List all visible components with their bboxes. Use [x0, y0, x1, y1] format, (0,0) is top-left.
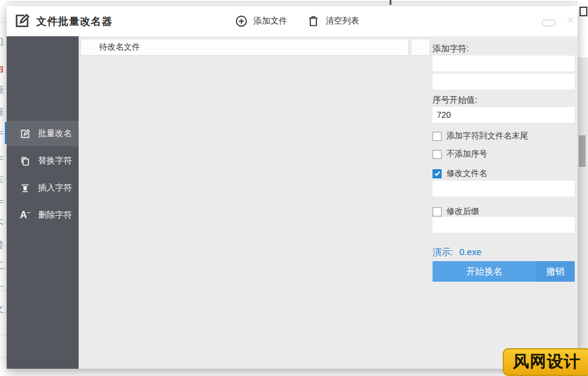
insert-icon — [19, 183, 31, 194]
checkbox-label: 修改后缀 — [446, 206, 479, 217]
background-window-border — [0, 2, 588, 2]
demo-preview: 演示: 0.exe — [433, 247, 482, 258]
clipboard-icon — [19, 155, 31, 167]
sidebar-item-label: 插入字符 — [38, 183, 72, 193]
edit-icon — [19, 128, 31, 140]
bg-text-fragment: 工 — [0, 261, 4, 272]
watermark-badge: 风网设计 — [503, 348, 588, 376]
checkbox-1[interactable]: 不添加序号 — [433, 149, 488, 160]
background-window-right-edge — [578, 0, 588, 376]
screen: 门 为 原 原 牛 牛 车 牛 不 转 工 十 文 文件批量改名器 — [0, 0, 588, 376]
background-window-tick — [390, 0, 391, 5]
clear-list-label: 清空列表 — [325, 16, 359, 27]
add-chars-input-1[interactable] — [433, 56, 575, 71]
delete-text-icon: A– — [19, 210, 31, 220]
bg-text-fragment: 转 — [0, 239, 4, 251]
check-icon — [434, 170, 441, 177]
sidebar: 批量改名 替换字符 插入字符 A– 删除字符 — [7, 36, 79, 369]
app-title: 文件批量改名器 — [36, 15, 113, 28]
main-area: 待改名文件 添加字符: 序号开始值: 添加字符到文件名末尾 — [79, 36, 578, 369]
checkbox-box — [433, 207, 442, 216]
checkbox-label: 添加字符到文件名末尾 — [446, 131, 528, 141]
start-rename-button[interactable]: 开始换名 — [433, 261, 536, 282]
checkbox-3[interactable]: 修改后缀 — [433, 206, 479, 217]
background-window-corner-shape — [580, 7, 587, 16]
app-window: 文件批量改名器 添加文件 清空列表 × 批量 — [7, 6, 578, 369]
add-files-label: 添加文件 — [253, 16, 287, 27]
sidebar-item-label: 删除字符 — [38, 210, 72, 221]
demo-value: 0.exe — [459, 247, 482, 258]
bg-text-fragment: 牛 — [0, 197, 4, 209]
add-files-button[interactable]: 添加文件 — [235, 14, 287, 28]
plus-circle-icon — [235, 15, 248, 28]
checkbox-box — [433, 132, 442, 141]
demo-label: 演示: — [433, 247, 453, 258]
sidebar-item-replace-chars[interactable]: 替换字符 — [7, 148, 79, 173]
checkbox-label: 修改文件名 — [446, 168, 488, 179]
bg-text-fragment: 牛 — [0, 154, 4, 165]
seq-start-label: 序号开始值: — [433, 95, 477, 106]
background-scrollbar-thumb — [579, 135, 586, 167]
clear-list-button[interactable]: 清空列表 — [307, 14, 359, 28]
titlebar: 文件批量改名器 添加文件 清空列表 × — [7, 6, 578, 36]
app-logo-edit-icon — [13, 12, 31, 30]
sidebar-item-label: 批量改名 — [38, 128, 72, 139]
new-suffix-input[interactable] — [433, 217, 575, 233]
bg-text-fragment: 原 — [0, 107, 4, 118]
close-button[interactable]: × — [567, 13, 574, 26]
seq-start-input[interactable] — [433, 107, 575, 123]
bg-text-fragment: 不 — [0, 218, 4, 230]
checkbox-2[interactable]: 修改文件名 — [433, 168, 488, 179]
bg-text-fragment: 门 — [0, 36, 4, 48]
bg-text-fragment: 为 — [0, 63, 4, 74]
sidebar-item-batch-rename[interactable]: 批量改名 — [7, 121, 79, 146]
file-list-header[interactable]: 待改名文件 — [80, 39, 409, 56]
sidebar-item-insert-chars[interactable]: 插入字符 — [7, 175, 79, 201]
settings-panel: 添加字符: 序号开始值: 添加字符到文件名末尾 不添加序号 — [433, 36, 575, 296]
action-button-bar: 开始换名 撤销 — [433, 261, 575, 282]
file-list-header-extra-column[interactable] — [411, 39, 430, 56]
background-window-left-edge: 门 为 原 原 牛 牛 车 牛 不 转 工 十 文 — [0, 0, 7, 376]
bg-text-fragment: 牛 — [0, 128, 4, 140]
bg-text-fragment: 车 — [0, 175, 4, 186]
minimize-button[interactable] — [541, 19, 556, 27]
bg-text-fragment: 十 — [0, 282, 4, 293]
checkbox-label: 不添加序号 — [446, 149, 488, 160]
sidebar-item-delete-chars[interactable]: A– 删除字符 — [7, 203, 79, 228]
add-chars-label: 添加字符: — [433, 44, 469, 54]
bg-text-fragment: 原 — [0, 85, 4, 96]
add-chars-input-2[interactable] — [433, 74, 575, 89]
sidebar-item-label: 替换字符 — [38, 155, 72, 166]
file-list-header-label: 待改名文件 — [99, 42, 140, 53]
checkbox-box — [433, 150, 442, 159]
trash-icon — [307, 15, 320, 28]
checkbox-0[interactable]: 添加字符到文件名末尾 — [433, 131, 528, 141]
bg-text-fragment: 文 — [0, 303, 4, 315]
new-filename-input[interactable] — [433, 181, 575, 196]
checkbox-box — [433, 169, 442, 178]
undo-button[interactable]: 撤销 — [536, 261, 575, 282]
